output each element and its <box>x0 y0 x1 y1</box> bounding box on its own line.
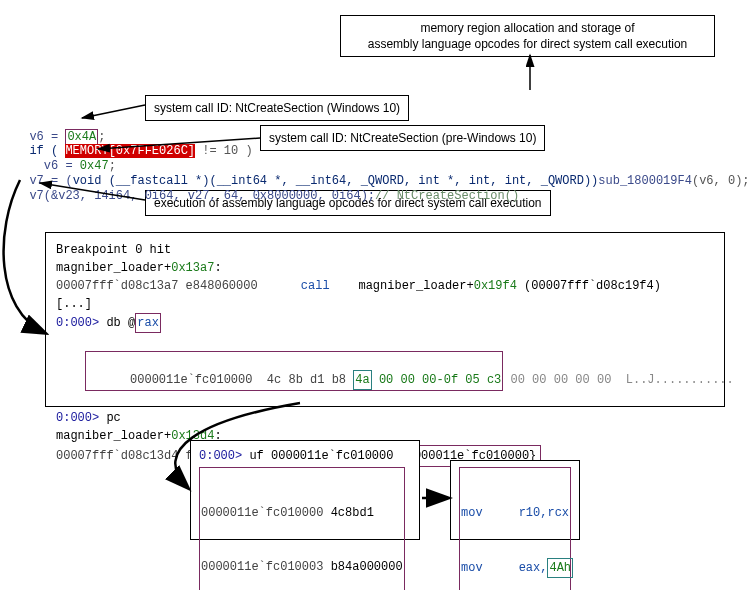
dbg-text: : <box>214 261 221 275</box>
dbg-text: (00007fff`d08c19f4) <box>517 279 661 293</box>
uf-row-2: 0000011e`fc010003 b84a000000 <box>201 558 403 576</box>
dbg-hex: b84a000000 <box>331 560 403 574</box>
dbg-text: magniber_loader+ <box>330 279 474 293</box>
label-syscall-prewin10: system call ID: NtCreateSection (pre-Win… <box>260 125 545 151</box>
dbg-prompt-uf: 0:000> uf 0000011e`fc010000 <box>199 447 411 465</box>
highlight-4ah: 4Ah <box>547 558 573 578</box>
dbg-offset: 0x19f4 <box>474 279 517 293</box>
debugger-panel-main: Breakpoint 0 hit magniber_loader+0x13a7:… <box>45 232 725 407</box>
dbg-byte: 4a <box>355 373 369 387</box>
dbg-addr: 00007fff`d08c13a7 e848060000 <box>56 279 301 293</box>
label-memory-allocation: memory region allocation and storage of … <box>340 15 715 57</box>
highlight-4a-byte: 4a <box>353 370 371 390</box>
token-comment: // NtCreateSection() <box>375 189 519 203</box>
token-args: (v6, 0); <box>692 174 747 188</box>
dbg-reg: rax <box>137 316 159 330</box>
dbg-addr: 0000011e`fc010000 4c 8b d1 b8 <box>130 373 353 387</box>
dbg-line-call: 00007fff`d08c13a7 e848060000 call magnib… <box>56 277 714 295</box>
dbg-breakpoint: Breakpoint 0 hit <box>56 241 714 259</box>
asm-operands: r10,rcx <box>519 506 569 520</box>
dbg-memory-dump: 0000011e`fc010000 4c 8b d1 b8 4a 00 00 0… <box>56 333 714 409</box>
token-cmp: != 10 ) <box>195 144 253 158</box>
dbg-hex: 4c8bd1 <box>331 506 374 520</box>
highlight-asm-rows: mov r10,rcx mov eax,4Ah syscall ret <box>459 467 571 590</box>
dbg-cmd: pc <box>106 411 120 425</box>
dbg-mnemonic: call <box>301 279 330 293</box>
dbg-text: magniber_loader+ <box>56 261 171 275</box>
dbg-byte: c3 <box>487 373 501 387</box>
dbg-prompt-db: 0:000> db @rax <box>56 313 714 333</box>
dbg-cmd: db @ <box>106 316 135 330</box>
highlight-memdump: 0000011e`fc010000 4c 8b d1 b8 4a 00 00 0… <box>85 351 504 391</box>
dbg-ascii: 00 00 00 00 00 L..J........... <box>503 373 733 387</box>
debugger-panel-uf: 0:000> uf 0000011e`fc010000 0000011e`fc0… <box>190 440 420 540</box>
dbg-addr: 0000011e`fc010003 <box>201 560 331 574</box>
asm-mnemonic: mov <box>461 561 483 575</box>
dbg-cmd: uf 0000011e`fc010000 <box>249 449 393 463</box>
asm-mnemonic: mov <box>461 506 483 520</box>
asm-immediate: 4Ah <box>549 561 571 575</box>
dbg-prompt-pc: 0:000> pc <box>56 409 714 427</box>
dbg-prompt: 0:000> <box>199 449 249 463</box>
token-call: v7(&v23, 14i64, 0i64, v27, 64, 0x8000000… <box>29 189 375 203</box>
label-syscall-win10: system call ID: NtCreateSection (Windows… <box>145 95 409 121</box>
highlight-uf-rows: 0000011e`fc010000 4c8bd1 0000011e`fc0100… <box>199 467 405 590</box>
dbg-ellipsis: [...] <box>56 295 714 313</box>
dbg-line-module-off: magniber_loader+0x13a7: <box>56 259 714 277</box>
dbg-bytes: 00 00 00-0f 05 <box>372 373 487 387</box>
assembly-panel: mov r10,rcx mov eax,4Ah syscall ret <box>450 460 580 540</box>
src-line-v7-call: v7(&v23, 14i64, 0i64, v27, 64, 0x8000000… <box>15 175 519 203</box>
dbg-prompt: 0:000> <box>56 411 106 425</box>
dbg-addr: 0000011e`fc010000 <box>201 506 331 520</box>
asm-row-mov1: mov r10,rcx <box>461 504 569 522</box>
dbg-prompt: 0:000> <box>56 316 106 330</box>
highlight-rax: rax <box>135 313 161 333</box>
dbg-text: magniber_loader+ <box>56 429 171 443</box>
uf-row-1: 0000011e`fc010000 4c8bd1 <box>201 504 403 522</box>
asm-operands: eax, <box>519 561 548 575</box>
asm-row-mov2: mov eax,4Ah <box>461 558 569 578</box>
token-func: sub_1800019F4 <box>598 174 692 188</box>
dbg-offset: 0x13a7 <box>171 261 214 275</box>
